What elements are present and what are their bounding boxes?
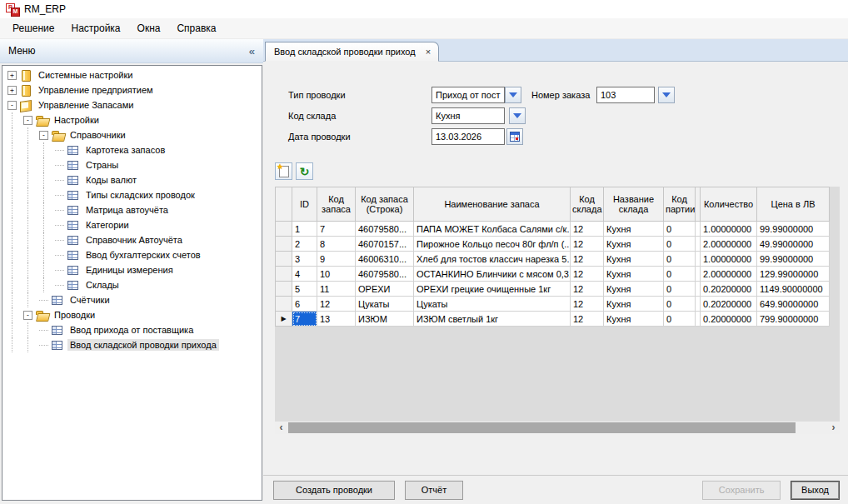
cell[interactable]: Кухня — [604, 222, 664, 237]
cell[interactable]: 13 — [317, 312, 356, 327]
report-button[interactable]: Отчёт — [405, 481, 463, 500]
tree-item[interactable]: -Управление Запасами — [2, 97, 262, 112]
column-header[interactable]: Наименование запаса — [414, 187, 571, 222]
table-row[interactable]: 612ЦукатыЦукаты12Кухня00.20200000649.900… — [276, 297, 830, 312]
scroll-left-icon[interactable]: ‹ — [275, 422, 287, 434]
cell[interactable]: 12 — [571, 222, 604, 237]
cell[interactable]: Пирожное Кольцо песоч 80г фл/п (... — [414, 237, 571, 252]
cell[interactable]: ОСТАНКИНО Блинчики с мясом 0,3... — [414, 267, 571, 282]
cell[interactable]: 0 — [664, 222, 696, 237]
transaction-type-input[interactable]: Приход от пост — [431, 87, 505, 103]
column-header[interactable]: Код запаса (Строка) — [356, 187, 414, 222]
tree-item[interactable]: -Настройки — [2, 112, 262, 127]
collapse-sidebar-icon[interactable]: « — [249, 45, 255, 57]
cell[interactable]: 0 — [664, 312, 696, 327]
warehouse-code-dropdown-button[interactable] — [509, 107, 526, 124]
cell[interactable]: 7 — [317, 222, 356, 237]
cell[interactable]: 11 — [317, 282, 356, 297]
cell[interactable]: 12 — [317, 297, 356, 312]
table-row[interactable]: 1746079580...ПАПА МОЖЕТ Колбаса Салями с… — [276, 222, 830, 237]
cell[interactable]: 1.00000000 — [701, 252, 757, 267]
scroll-right-icon[interactable]: › — [827, 422, 840, 434]
cell[interactable]: 12 — [571, 312, 604, 327]
menu-item[interactable]: Решение — [4, 20, 62, 37]
cell[interactable]: 0 — [664, 237, 696, 252]
new-record-button[interactable]: ★ — [275, 162, 292, 180]
column-header[interactable]: Код партии — [664, 187, 696, 222]
cell[interactable]: Кухня — [604, 312, 664, 327]
collapse-node-icon[interactable]: - — [23, 116, 32, 125]
cell[interactable]: 649.90000000 — [757, 297, 830, 312]
scrollbar-thumb[interactable] — [288, 422, 796, 433]
cell[interactable]: ОРЕХИ грецкие очищенные 1кг — [414, 282, 571, 297]
cell[interactable]: 12 — [571, 282, 604, 297]
tree-item[interactable]: Счётчики — [2, 292, 262, 307]
create-transactions-button[interactable]: Создать проводки — [273, 481, 395, 500]
cell[interactable]: 0.20000000 — [701, 312, 757, 327]
table-row[interactable]: ▶713ИЗЮМИЗЮМ светлый 1кг12Кухня00.200000… — [276, 312, 830, 327]
column-header[interactable]: Название склада — [604, 187, 664, 222]
cell[interactable]: 4 — [292, 267, 317, 282]
cell[interactable]: Цукаты — [356, 297, 414, 312]
tree-item[interactable]: Страны — [2, 157, 262, 172]
exit-button[interactable]: Выход — [791, 481, 840, 500]
transaction-type-dropdown-button[interactable] — [505, 87, 521, 103]
tree-item[interactable]: Матрица автоучёта — [2, 202, 262, 217]
date-picker-button[interactable] — [506, 128, 523, 145]
tree-item[interactable]: Типы складских проводок — [2, 187, 262, 202]
cell[interactable]: ОРЕХИ — [356, 282, 414, 297]
warehouse-code-input[interactable]: Кухня — [431, 107, 505, 124]
cell[interactable]: 0 — [664, 252, 696, 267]
cell[interactable]: 1.00000000 — [701, 222, 757, 237]
tab-incoming-warehouse-entry[interactable]: Ввод складской проводки приход × — [265, 42, 439, 62]
close-icon[interactable]: × — [426, 47, 431, 57]
row-selector[interactable] — [276, 222, 292, 237]
cell[interactable]: 12 — [571, 237, 604, 252]
cell[interactable]: 99.99000000 — [757, 252, 830, 267]
cell[interactable]: 12 — [571, 297, 604, 312]
tree-item[interactable]: Ввод бухгалтерских счетов — [2, 247, 262, 262]
cell[interactable]: Кухня — [604, 237, 664, 252]
tree-item[interactable]: Коды валют — [2, 172, 262, 187]
order-number-dropdown-button[interactable] — [658, 87, 675, 103]
tree-item[interactable]: +Системные настройки — [2, 67, 262, 82]
tree-item[interactable]: +Управление предприятием — [2, 82, 262, 97]
refresh-button[interactable]: ↻ — [296, 162, 313, 180]
menu-item[interactable]: Справка — [168, 20, 224, 37]
row-selector-header[interactable] — [276, 187, 292, 222]
table-row[interactable]: 2846070157...Пирожное Кольцо песоч 80г ф… — [276, 237, 830, 252]
cell[interactable]: ПАПА МОЖЕТ Колбаса Салями с/к... — [414, 222, 571, 237]
cell[interactable]: 1149.90000000 — [757, 282, 830, 297]
current-row-marker-icon[interactable]: ▶ — [276, 312, 292, 327]
cell[interactable]: 46079580... — [356, 222, 414, 237]
cell[interactable]: Цукаты — [414, 297, 571, 312]
cell[interactable]: 46079580... — [356, 267, 414, 282]
cell[interactable]: 7 — [292, 312, 317, 327]
cell[interactable]: 8 — [317, 237, 356, 252]
cell[interactable]: Кухня — [604, 282, 664, 297]
tree-item[interactable]: Категории — [2, 217, 262, 232]
tree-item[interactable]: Единицы измерения — [2, 262, 262, 277]
expand-icon[interactable]: + — [7, 86, 17, 95]
order-number-input[interactable]: 103 — [596, 87, 655, 103]
collapse-node-icon[interactable]: - — [7, 101, 17, 110]
table-row[interactable]: 511ОРЕХИОРЕХИ грецкие очищенные 1кг12Кух… — [276, 282, 830, 297]
expand-icon[interactable]: + — [7, 71, 17, 80]
cell[interactable]: 5 — [292, 282, 317, 297]
cell[interactable]: 46070157... — [356, 237, 414, 252]
cell[interactable]: ИЗЮМ — [356, 312, 414, 327]
cell[interactable]: Кухня — [604, 252, 664, 267]
collapse-node-icon[interactable]: - — [23, 311, 32, 320]
column-header[interactable]: Код запаса — [317, 187, 356, 222]
column-header[interactable]: Код склада — [571, 187, 604, 222]
row-selector[interactable] — [276, 237, 292, 252]
column-header[interactable]: Цена в ЛВ — [757, 187, 830, 222]
cell[interactable]: 1 — [292, 222, 317, 237]
cell[interactable]: 6 — [292, 297, 317, 312]
tree-item[interactable]: Ввод складской проводки прихода — [2, 337, 262, 352]
cell[interactable]: 10 — [317, 267, 356, 282]
cell[interactable]: 0 — [664, 267, 696, 282]
tree-item[interactable]: Склады — [2, 277, 262, 292]
cell[interactable]: 2.00000000 — [701, 267, 757, 282]
row-selector[interactable] — [276, 297, 292, 312]
